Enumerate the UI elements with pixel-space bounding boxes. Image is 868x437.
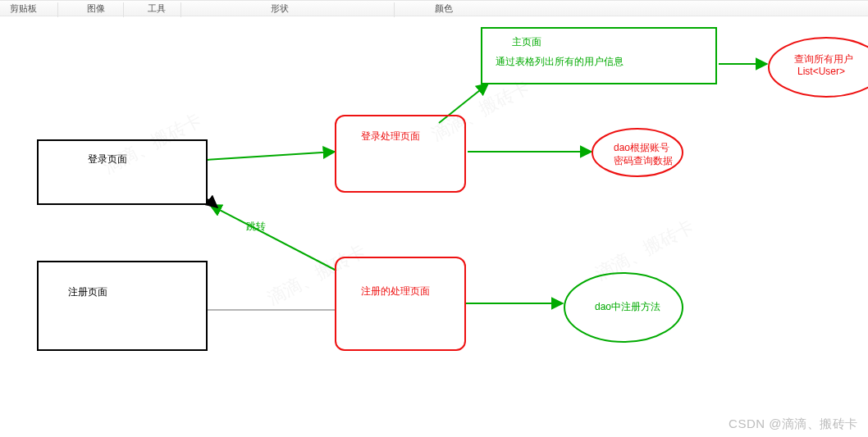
node-register-page-label: 注册页面 [68, 285, 107, 299]
csdn-watermark: CSDN @滴滴、搬砖卡 [729, 417, 858, 432]
node-login-proc-label: 登录处理页面 [361, 130, 420, 143]
diagram-viewport: 剪贴板 图像 工具 形状 颜色 滴滴、搬砖卡 滴滴、搬砖卡 滴滴、搬砖卡 滴滴、… [0, 0, 868, 437]
connector-layer [0, 0, 868, 437]
node-login-page: 登录页面 [37, 139, 208, 205]
toolbar-clipboard: 剪贴板 [10, 2, 37, 15]
toolbar-color: 颜色 [435, 2, 453, 15]
node-dao-register-label: dao中注册方法 [595, 300, 660, 314]
node-register-page: 注册页面 [37, 261, 208, 351]
toolbar-shapes: 形状 [271, 2, 289, 15]
node-register-proc-label: 注册的处理页面 [361, 285, 430, 298]
svg-line-7 [208, 199, 217, 207]
node-register-proc: 注册的处理页面 [335, 257, 466, 351]
svg-line-0 [207, 152, 335, 160]
node-main-page: 主页面 通过表格列出所有的用户信息 [481, 27, 717, 84]
node-dao-query-all-line1: 查询所有用户 [794, 52, 853, 66]
node-dao-login-line1: dao根据账号 [614, 141, 669, 155]
node-main-page-title: 主页面 [512, 35, 541, 49]
ribbon-groups: 剪贴板 图像 工具 形状 颜色 [0, 0, 868, 16]
node-main-page-desc: 通过表格列出所有的用户信息 [496, 55, 624, 69]
node-dao-login-line2: 密码查询数据 [614, 154, 673, 168]
toolbar-image: 图像 [87, 2, 105, 15]
node-login-proc: 登录处理页面 [335, 115, 466, 193]
svg-line-6 [210, 205, 336, 271]
node-dao-query-all-line2: List<User> [797, 66, 845, 77]
edge-jump-label: 跳转 [246, 220, 266, 234]
toolbar-tools: 工具 [148, 2, 166, 15]
node-login-page-label: 登录页面 [88, 152, 127, 166]
